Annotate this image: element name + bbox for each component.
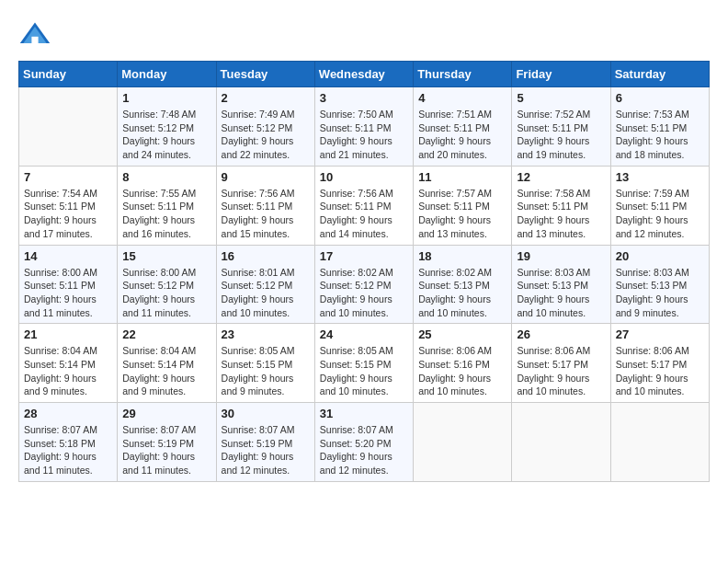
day-cell [512,403,610,482]
day-cell: 2Sunrise: 7:49 AM Sunset: 5:12 PM Daylig… [216,87,314,167]
day-number: 13 [616,170,704,184]
day-cell: 4Sunrise: 7:51 AM Sunset: 5:11 PM Daylig… [414,87,512,167]
calendar-header: SundayMondayTuesdayWednesdayThursdayFrid… [19,62,710,87]
day-cell: 24Sunrise: 8:05 AM Sunset: 5:15 PM Dayli… [314,324,413,403]
day-cell: 29Sunrise: 8:07 AM Sunset: 5:19 PM Dayli… [118,403,216,482]
day-info: Sunrise: 8:03 AM Sunset: 5:13 PM Dayligh… [616,266,704,320]
day-info: Sunrise: 8:04 AM Sunset: 5:14 PM Dayligh… [122,344,210,398]
day-cell: 5Sunrise: 7:52 AM Sunset: 5:11 PM Daylig… [512,87,610,167]
day-number: 5 [517,91,605,105]
day-info: Sunrise: 7:48 AM Sunset: 5:12 PM Dayligh… [122,108,210,162]
day-cell: 31Sunrise: 8:07 AM Sunset: 5:20 PM Dayli… [314,403,413,482]
day-number: 1 [122,91,210,105]
day-cell: 17Sunrise: 8:02 AM Sunset: 5:12 PM Dayli… [314,245,413,324]
logo [18,18,57,52]
day-cell: 28Sunrise: 8:07 AM Sunset: 5:18 PM Dayli… [19,403,118,482]
day-info: Sunrise: 8:07 AM Sunset: 5:20 PM Dayligh… [320,423,408,477]
day-info: Sunrise: 7:56 AM Sunset: 5:11 PM Dayligh… [320,187,408,241]
day-cell: 27Sunrise: 8:06 AM Sunset: 5:17 PM Dayli… [610,324,709,403]
day-info: Sunrise: 7:55 AM Sunset: 5:11 PM Dayligh… [122,187,210,241]
day-cell: 16Sunrise: 8:01 AM Sunset: 5:12 PM Dayli… [216,245,314,324]
calendar-table: SundayMondayTuesdayWednesdayThursdayFrid… [18,61,710,482]
day-number: 20 [616,249,704,263]
day-info: Sunrise: 8:04 AM Sunset: 5:14 PM Dayligh… [24,344,112,398]
day-cell: 12Sunrise: 7:58 AM Sunset: 5:11 PM Dayli… [512,166,610,245]
day-cell: 11Sunrise: 7:57 AM Sunset: 5:11 PM Dayli… [414,166,512,245]
day-info: Sunrise: 7:56 AM Sunset: 5:11 PM Dayligh… [222,187,310,241]
day-cell [414,403,512,482]
day-info: Sunrise: 7:57 AM Sunset: 5:11 PM Dayligh… [418,187,506,241]
day-info: Sunrise: 8:05 AM Sunset: 5:15 PM Dayligh… [222,344,310,398]
day-cell [19,87,118,167]
header-day-monday: Monday [118,62,216,87]
week-row-5: 28Sunrise: 8:07 AM Sunset: 5:18 PM Dayli… [19,403,710,482]
day-cell: 7Sunrise: 7:54 AM Sunset: 5:11 PM Daylig… [19,166,118,245]
day-info: Sunrise: 8:02 AM Sunset: 5:13 PM Dayligh… [418,266,506,320]
day-number: 31 [320,407,408,420]
day-cell: 26Sunrise: 8:06 AM Sunset: 5:17 PM Dayli… [512,324,610,403]
header-day-wednesday: Wednesday [314,62,413,87]
day-info: Sunrise: 8:06 AM Sunset: 5:17 PM Dayligh… [517,344,605,398]
day-cell: 20Sunrise: 8:03 AM Sunset: 5:13 PM Dayli… [610,245,709,324]
header-day-tuesday: Tuesday [216,62,314,87]
page-header [18,18,710,52]
week-row-1: 1Sunrise: 7:48 AM Sunset: 5:12 PM Daylig… [19,87,710,167]
calendar-body: 1Sunrise: 7:48 AM Sunset: 5:12 PM Daylig… [19,87,710,482]
day-info: Sunrise: 8:06 AM Sunset: 5:17 PM Dayligh… [616,344,704,398]
day-number: 6 [616,91,704,105]
day-number: 10 [320,170,408,184]
svg-rect-2 [31,37,38,43]
day-info: Sunrise: 7:52 AM Sunset: 5:11 PM Dayligh… [517,108,605,162]
header-day-sunday: Sunday [19,62,118,87]
header-day-thursday: Thursday [414,62,512,87]
day-number: 11 [418,170,506,184]
header-day-saturday: Saturday [610,62,709,87]
day-number: 4 [418,91,506,105]
day-number: 16 [222,249,310,263]
day-number: 18 [418,249,506,263]
day-number: 28 [24,407,112,420]
day-cell: 21Sunrise: 8:04 AM Sunset: 5:14 PM Dayli… [19,324,118,403]
day-cell: 23Sunrise: 8:05 AM Sunset: 5:15 PM Dayli… [216,324,314,403]
day-cell: 25Sunrise: 8:06 AM Sunset: 5:16 PM Dayli… [414,324,512,403]
day-info: Sunrise: 7:53 AM Sunset: 5:11 PM Dayligh… [616,108,704,162]
day-info: Sunrise: 8:07 AM Sunset: 5:18 PM Dayligh… [24,423,112,477]
day-info: Sunrise: 7:49 AM Sunset: 5:12 PM Dayligh… [222,108,310,162]
day-number: 17 [320,249,408,263]
logo-icon [18,18,51,52]
day-number: 24 [320,327,408,341]
week-row-2: 7Sunrise: 7:54 AM Sunset: 5:11 PM Daylig… [19,166,710,245]
day-number: 26 [517,327,605,341]
day-number: 29 [122,407,210,420]
day-info: Sunrise: 8:05 AM Sunset: 5:15 PM Dayligh… [320,344,408,398]
day-info: Sunrise: 8:06 AM Sunset: 5:16 PM Dayligh… [418,344,506,398]
day-cell: 22Sunrise: 8:04 AM Sunset: 5:14 PM Dayli… [118,324,216,403]
day-cell: 9Sunrise: 7:56 AM Sunset: 5:11 PM Daylig… [216,166,314,245]
day-number: 25 [418,327,506,341]
day-cell [610,403,709,482]
day-info: Sunrise: 7:58 AM Sunset: 5:11 PM Dayligh… [517,187,605,241]
day-number: 15 [122,249,210,263]
day-number: 12 [517,170,605,184]
day-cell: 18Sunrise: 8:02 AM Sunset: 5:13 PM Dayli… [414,245,512,324]
day-number: 3 [320,91,408,105]
day-info: Sunrise: 8:07 AM Sunset: 5:19 PM Dayligh… [122,423,210,477]
day-info: Sunrise: 7:50 AM Sunset: 5:11 PM Dayligh… [320,108,408,162]
day-info: Sunrise: 8:01 AM Sunset: 5:12 PM Dayligh… [222,266,310,320]
day-cell: 1Sunrise: 7:48 AM Sunset: 5:12 PM Daylig… [118,87,216,167]
day-cell: 30Sunrise: 8:07 AM Sunset: 5:19 PM Dayli… [216,403,314,482]
day-number: 9 [222,170,310,184]
header-row: SundayMondayTuesdayWednesdayThursdayFrid… [19,62,710,87]
day-info: Sunrise: 8:03 AM Sunset: 5:13 PM Dayligh… [517,266,605,320]
day-number: 23 [222,327,310,341]
day-number: 7 [24,170,112,184]
day-number: 2 [222,91,310,105]
day-info: Sunrise: 7:59 AM Sunset: 5:11 PM Dayligh… [616,187,704,241]
day-number: 21 [24,327,112,341]
day-info: Sunrise: 7:54 AM Sunset: 5:11 PM Dayligh… [24,187,112,241]
day-cell: 3Sunrise: 7:50 AM Sunset: 5:11 PM Daylig… [314,87,413,167]
day-info: Sunrise: 8:00 AM Sunset: 5:12 PM Dayligh… [122,266,210,320]
week-row-4: 21Sunrise: 8:04 AM Sunset: 5:14 PM Dayli… [19,324,710,403]
day-cell: 13Sunrise: 7:59 AM Sunset: 5:11 PM Dayli… [610,166,709,245]
day-number: 27 [616,327,704,341]
